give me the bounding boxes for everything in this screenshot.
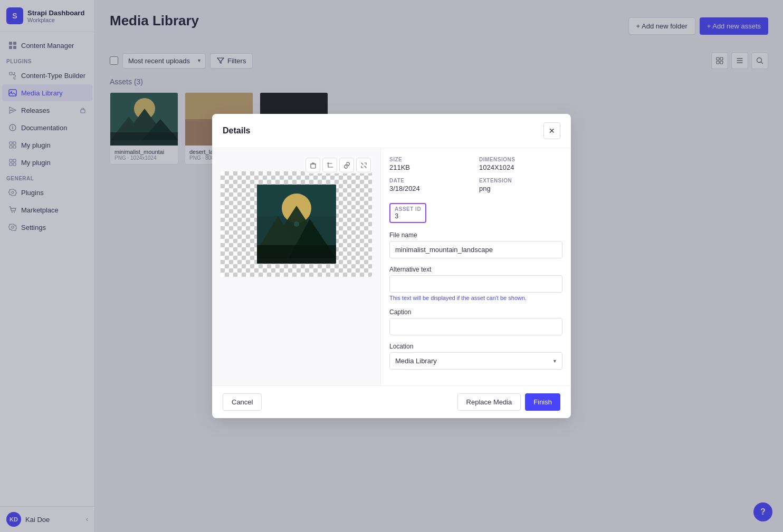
preview-image <box>257 185 336 264</box>
svg-rect-42 <box>257 245 336 264</box>
modal-close-button[interactable]: ✕ <box>543 122 560 139</box>
modal-overlay[interactable]: Details ✕ <box>0 0 783 532</box>
cancel-button[interactable]: Cancel <box>223 393 262 411</box>
modal-footer: Cancel Replace Media Finish <box>212 385 571 418</box>
crop-asset-btn[interactable] <box>322 158 337 172</box>
replace-media-button[interactable]: Replace Media <box>457 393 521 411</box>
modal-preview <box>212 148 381 385</box>
footer-right: Replace Media Finish <box>457 393 560 411</box>
alt-text-label: Alternative text <box>389 266 562 273</box>
location-label: Location <box>389 343 562 350</box>
dimensions-value: 1024X1024 <box>479 163 562 171</box>
trash-icon <box>310 162 317 169</box>
extension-value: png <box>479 185 562 192</box>
asset-id-box: ASSET ID 3 <box>389 203 426 223</box>
modal-header: Details ✕ <box>212 114 571 148</box>
date-value: 3/18/2024 <box>389 185 473 192</box>
link-icon <box>343 162 350 169</box>
date-group: DATE 3/18/2024 <box>389 178 473 192</box>
asset-id-label: ASSET ID <box>395 206 421 212</box>
expand-asset-btn[interactable] <box>356 158 371 172</box>
dimensions-label: DIMENSIONS <box>479 157 562 162</box>
file-name-input[interactable] <box>389 241 562 258</box>
modal-body: SIZE 211KB DIMENSIONS 1024X1024 DATE 3/1… <box>212 148 571 385</box>
svg-point-43 <box>294 221 299 227</box>
alt-text-hint: This text will be displayed if the asset… <box>389 295 562 301</box>
size-label: SIZE <box>389 157 473 162</box>
alt-text-group: Alternative text This text will be displ… <box>389 266 562 301</box>
file-name-group: File name <box>389 231 562 258</box>
extension-label: EXTENSION <box>479 178 562 183</box>
mountain-svg <box>257 185 336 264</box>
caption-label: Caption <box>389 308 562 316</box>
preview-image-container <box>221 171 372 277</box>
caption-group: Caption <box>389 308 562 335</box>
finish-button[interactable]: Finish <box>525 393 560 411</box>
location-select[interactable]: Media Library <box>389 352 562 370</box>
expand-icon <box>360 162 367 169</box>
copy-link-btn[interactable] <box>339 158 354 172</box>
alt-text-input[interactable] <box>389 275 562 293</box>
caption-input[interactable] <box>389 318 562 335</box>
modal-details: SIZE 211KB DIMENSIONS 1024X1024 DATE 3/1… <box>381 148 571 385</box>
file-name-label: File name <box>389 231 562 239</box>
size-group: SIZE 211KB <box>389 157 473 171</box>
date-label: DATE <box>389 178 473 183</box>
location-group: Location Media Library <box>389 343 562 370</box>
asset-id-value: 3 <box>395 212 421 220</box>
extension-group: EXTENSION png <box>479 178 562 192</box>
size-value: 211KB <box>389 163 473 171</box>
dimensions-group: DIMENSIONS 1024X1024 <box>479 157 562 171</box>
preview-actions <box>304 157 372 173</box>
location-select-wrapper: Media Library <box>389 352 562 370</box>
details-meta: SIZE 211KB DIMENSIONS 1024X1024 DATE 3/1… <box>389 157 562 192</box>
svg-rect-35 <box>311 164 316 168</box>
crop-icon <box>327 162 333 169</box>
details-modal: Details ✕ <box>212 114 571 418</box>
modal-title: Details <box>223 126 250 136</box>
delete-asset-btn[interactable] <box>305 158 320 172</box>
